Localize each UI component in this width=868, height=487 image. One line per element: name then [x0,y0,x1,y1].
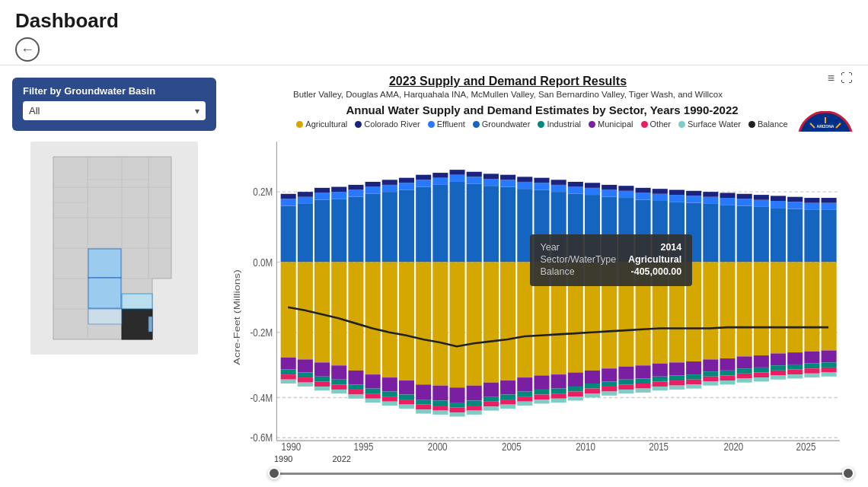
svg-rect-133 [450,170,465,175]
svg-rect-148 [483,179,499,186]
svg-rect-91 [365,194,381,263]
svg-rect-61 [298,192,313,197]
svg-rect-112 [399,395,414,400]
filter-box: Filter by Groundwater Basin All Butler V… [12,78,216,131]
svg-rect-119 [416,384,431,399]
svg-rect-104 [382,392,397,397]
svg-rect-228 [653,194,668,201]
svg-rect-275 [754,207,769,263]
svg-rect-164 [517,182,532,189]
svg-rect-170 [517,402,532,406]
svg-rect-73 [314,381,330,387]
back-button[interactable]: ← [15,37,40,62]
svg-rect-171 [534,189,549,262]
svg-rect-154 [483,406,499,410]
svg-rect-75 [331,199,346,262]
svg-rect-247 [686,361,701,374]
svg-rect-13 [88,278,121,308]
svg-rect-177 [534,395,549,400]
chart-toolbar: ≡ ⛶ [828,72,853,85]
range-track[interactable] [274,466,848,481]
svg-rect-159 [500,380,515,394]
svg-rect-125 [432,173,448,178]
svg-text:0.0M: 0.0M [253,256,273,269]
svg-rect-101 [382,180,397,185]
svg-rect-272 [737,368,752,374]
page-title: Dashboard [15,9,853,33]
svg-rect-251 [703,204,718,262]
svg-rect-172 [534,183,549,189]
legend-industrial: Industrial [538,119,581,129]
svg-rect-161 [500,399,515,405]
range-handle-right[interactable] [842,467,854,479]
svg-rect-288 [771,365,786,371]
svg-rect-179 [551,192,566,262]
svg-rect-241 [669,380,685,386]
filter-icon[interactable]: ≡ [828,72,834,85]
svg-rect-157 [500,175,515,180]
svg-rect-260 [720,198,735,205]
svg-rect-82 [331,390,346,393]
svg-rect-298 [787,374,803,378]
svg-rect-168 [517,392,532,397]
svg-rect-231 [653,364,668,377]
svg-rect-310 [822,262,837,350]
svg-rect-208 [602,381,617,387]
filter-label: Filter by Groundwater Basin [23,85,206,97]
svg-rect-278 [754,262,769,355]
svg-rect-135 [450,387,465,403]
svg-rect-226 [636,389,651,393]
svg-text:2015: 2015 [649,441,669,453]
svg-rect-230 [653,262,668,363]
svg-text:ARIZONA: ARIZONA [817,124,834,129]
svg-rect-142 [467,262,482,385]
svg-rect-213 [618,186,633,191]
svg-rect-127 [432,386,448,401]
svg-rect-242 [669,386,685,390]
svg-rect-128 [432,400,448,406]
svg-rect-263 [720,358,735,371]
svg-rect-270 [737,262,752,356]
svg-rect-254 [703,262,718,359]
svg-rect-314 [822,373,837,377]
svg-rect-274 [737,378,752,382]
chart-legend: Agricultural Colorado River Effluent Gro… [228,119,856,129]
svg-rect-83 [348,197,363,263]
svg-rect-158 [500,262,515,380]
svg-rect-268 [737,199,752,205]
expand-icon[interactable]: ⛶ [841,72,853,85]
svg-rect-149 [483,173,499,179]
svg-rect-246 [686,262,701,361]
svg-rect-232 [653,377,668,382]
svg-rect-225 [636,384,651,389]
legend-balance: Balance [748,119,788,129]
svg-rect-220 [636,193,651,199]
svg-rect-238 [669,262,685,362]
range-slider-area: 1990 2022 [228,453,856,484]
svg-rect-302 [804,262,819,351]
arizona-map [30,142,198,355]
svg-rect-65 [298,377,313,383]
svg-rect-14 [122,309,152,339]
svg-rect-16 [88,309,122,324]
svg-rect-269 [737,194,752,199]
svg-rect-280 [754,368,769,373]
svg-rect-218 [618,390,633,393]
range-handle-left[interactable] [268,467,280,479]
svg-rect-153 [483,402,499,407]
svg-rect-224 [636,378,651,384]
svg-rect-124 [432,178,448,185]
svg-rect-201 [585,389,600,394]
basin-filter-select[interactable]: All Butler Valley Douglas AMA Harquahala… [23,101,206,120]
svg-rect-285 [771,196,786,201]
svg-rect-293 [787,197,803,202]
svg-rect-174 [534,262,549,375]
svg-rect-219 [636,200,651,263]
svg-rect-102 [382,262,397,377]
svg-rect-178 [534,399,549,403]
svg-rect-116 [416,180,431,186]
svg-rect-69 [314,188,330,193]
svg-rect-137 [450,408,465,413]
svg-rect-59 [298,204,313,262]
svg-rect-64 [298,373,313,378]
